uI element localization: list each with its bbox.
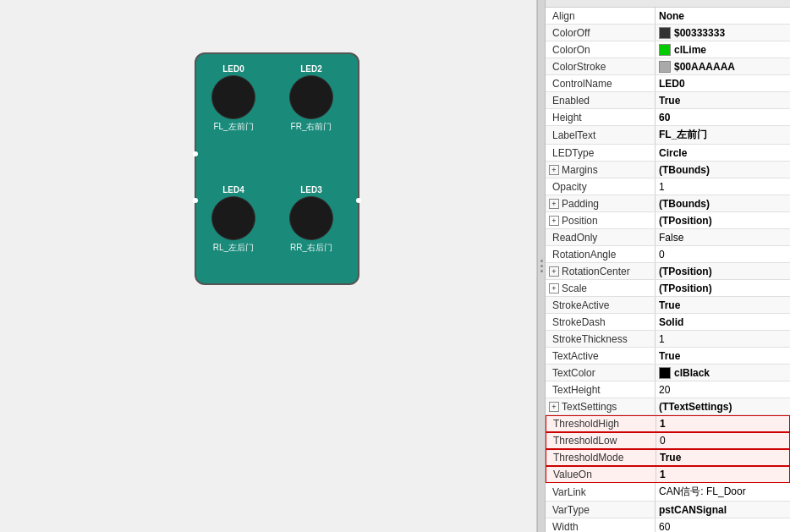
prop-value-width: 60	[656, 518, 790, 532]
prop-name-padding: +Padding	[546, 195, 656, 211]
prop-value-enabled: True	[656, 92, 790, 108]
led0-circle[interactable]	[211, 75, 255, 119]
splitter-dot-3	[540, 270, 543, 272]
prop-name-coloroff: ColorOff	[546, 25, 656, 41]
expand-icon-rotationcenter[interactable]: +	[549, 266, 559, 277]
prop-value-controlname: LED0	[656, 75, 790, 91]
prop-value-colorstroke: $00AAAAAA	[656, 58, 790, 74]
prop-value-align: None	[656, 8, 790, 24]
led3-circle[interactable]	[289, 196, 333, 240]
prop-name-rotationcenter: +RotationCenter	[546, 263, 656, 279]
prop-row-strokedash[interactable]: StrokeDashSolid	[546, 314, 790, 331]
prop-name-controlname: ControlName	[546, 75, 656, 91]
expand-icon-textsettings[interactable]: +	[549, 402, 559, 412]
panel-splitter[interactable]	[537, 0, 546, 532]
prop-value-coloron: clLime	[656, 41, 790, 58]
prop-row-position[interactable]: +Position(TPosition)	[546, 212, 790, 229]
led-item-3[interactable]: LED3 RR_右后门	[289, 185, 333, 254]
prop-row-vartype[interactable]: VarTypepstCANSignal	[546, 502, 790, 518]
led-item-0[interactable]: LED0 FL_左前门	[211, 64, 255, 133]
prop-row-rotationangle[interactable]: RotationAngle0	[546, 246, 790, 263]
led4-circle[interactable]	[211, 196, 255, 240]
expand-icon-padding[interactable]: +	[549, 199, 559, 209]
color-swatch-coloroff	[659, 27, 671, 39]
prop-row-strokeactive[interactable]: StrokeActiveTrue	[546, 297, 790, 314]
prop-name-enabled: Enabled	[546, 92, 656, 108]
prop-row-width[interactable]: Width60	[546, 518, 790, 532]
prop-row-padding[interactable]: +Padding(TBounds)	[546, 195, 790, 212]
prop-value-rotationangle: 0	[656, 246, 790, 262]
connector-dot-right-mid	[356, 198, 361, 203]
prop-name-opacity: Opacity	[546, 178, 656, 195]
led-item-4[interactable]: LED4 RL_左后门	[211, 185, 255, 254]
device-container[interactable]: LED0 FL_左前门 LED2 FR_右前门 LED4 RL_左后门 LED3…	[195, 52, 359, 285]
expand-icon-position[interactable]: +	[549, 216, 559, 226]
prop-row-thresholdhigh[interactable]: ThresholdHigh1	[546, 415, 790, 432]
prop-name-coloron: ColorOn	[546, 41, 656, 58]
prop-name-textactive: TextActive	[546, 348, 656, 364]
prop-name-thresholdmode: ThresholdMode	[546, 450, 656, 465]
prop-row-rotationcenter[interactable]: +RotationCenter(TPosition)	[546, 263, 790, 280]
led2-label-bottom: FR_右前门	[291, 121, 332, 133]
prop-name-labeltext: LabelText	[546, 126, 656, 144]
prop-row-coloron[interactable]: ColorOnclLime	[546, 41, 790, 58]
prop-row-strokethickness[interactable]: StrokeThickness1	[546, 331, 790, 348]
prop-value-coloroff: $00333333	[656, 25, 790, 41]
prop-name-strokethickness: StrokeThickness	[546, 331, 656, 347]
prop-value-labeltext: FL_左前门	[656, 126, 790, 144]
prop-row-textheight[interactable]: TextHeight20	[546, 381, 790, 398]
prop-row-opacity[interactable]: Opacity1	[546, 178, 790, 195]
color-swatch-textcolor	[659, 367, 671, 379]
prop-row-colorstroke[interactable]: ColorStroke$00AAAAAA	[546, 58, 790, 75]
prop-row-controlname[interactable]: ControlNameLED0	[546, 75, 790, 92]
prop-name-rotationangle: RotationAngle	[546, 246, 656, 262]
prop-name-scale: +Scale	[546, 280, 656, 296]
splitter-dot-2	[540, 265, 543, 267]
led2-circle[interactable]	[289, 75, 333, 119]
prop-row-textcolor[interactable]: TextColorclBlack	[546, 365, 790, 381]
prop-value-varlink: CAN信号: FL_Door	[656, 483, 790, 501]
prop-name-vartype: VarType	[546, 502, 656, 518]
prop-name-colorstroke: ColorStroke	[546, 58, 656, 74]
props-header	[546, 0, 790, 8]
prop-name-thresholdhigh: ThresholdHigh	[546, 416, 656, 431]
prop-row-varlink[interactable]: VarLinkCAN信号: FL_Door	[546, 483, 790, 502]
prop-value-position: (TPosition)	[656, 212, 790, 228]
prop-value-rotationcenter: (TPosition)	[656, 263, 790, 279]
led2-label-top: LED2	[300, 64, 322, 74]
props-table[interactable]: AlignNoneColorOff$00333333ColorOnclLimeC…	[546, 8, 790, 532]
prop-row-textsettings[interactable]: +TextSettings(TTextSettings)	[546, 398, 790, 415]
prop-row-textactive[interactable]: TextActiveTrue	[546, 348, 790, 365]
properties-panel: AlignNoneColorOff$00333333ColorOnclLimeC…	[546, 0, 790, 532]
prop-row-thresholdlow[interactable]: ThresholdLow0	[546, 432, 790, 449]
led0-label-bottom: FL_左前门	[213, 121, 253, 133]
prop-row-ledtype[interactable]: LEDTypeCircle	[546, 145, 790, 162]
prop-row-valueon[interactable]: ValueOn1	[546, 466, 790, 483]
expand-icon-margins[interactable]: +	[549, 165, 559, 175]
prop-row-scale[interactable]: +Scale(TPosition)	[546, 280, 790, 297]
connector-dot-left-top	[193, 151, 198, 156]
canvas-area: LED0 FL_左前门 LED2 FR_右前门 LED4 RL_左后门 LED3…	[0, 0, 537, 532]
prop-value-thresholdhigh: 1	[656, 416, 789, 431]
prop-row-margins[interactable]: +Margins(TBounds)	[546, 162, 790, 178]
prop-name-readonly: ReadOnly	[546, 229, 656, 245]
prop-name-varlink: VarLink	[546, 483, 656, 501]
prop-row-enabled[interactable]: EnabledTrue	[546, 92, 790, 109]
prop-row-align[interactable]: AlignNone	[546, 8, 790, 25]
prop-name-strokedash: StrokeDash	[546, 314, 656, 330]
prop-row-coloroff[interactable]: ColorOff$00333333	[546, 25, 790, 41]
prop-row-labeltext[interactable]: LabelTextFL_左前门	[546, 126, 790, 145]
prop-name-ledtype: LEDType	[546, 145, 656, 161]
prop-row-readonly[interactable]: ReadOnlyFalse	[546, 229, 790, 246]
prop-value-ledtype: Circle	[656, 145, 790, 161]
prop-value-textsettings: (TTextSettings)	[656, 398, 790, 414]
prop-row-height[interactable]: Height60	[546, 109, 790, 126]
prop-value-textcolor: clBlack	[656, 365, 790, 381]
led3-label-top: LED3	[300, 185, 322, 195]
expand-icon-scale[interactable]: +	[549, 283, 559, 293]
prop-value-thresholdmode: True	[656, 450, 789, 465]
prop-value-margins: (TBounds)	[656, 162, 790, 178]
prop-row-thresholdmode[interactable]: ThresholdModeTrue	[546, 449, 790, 466]
led-item-2[interactable]: LED2 FR_右前门	[289, 64, 333, 133]
led3-label-bottom: RR_右后门	[290, 242, 332, 254]
